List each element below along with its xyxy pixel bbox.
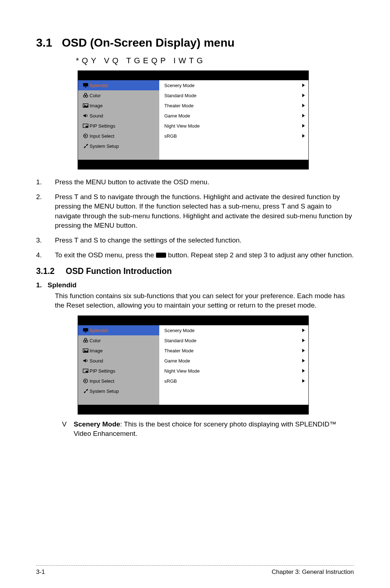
osd-left-menu: SplendidColorImageSoundPIP SettingsInput… xyxy=(78,325,159,405)
osd-submenu-label: sRGB xyxy=(164,133,177,139)
osd-menu-label: Color xyxy=(90,93,101,98)
subsection-heading: 3.1.2OSD Function Introduction xyxy=(36,266,354,276)
svg-point-3 xyxy=(83,95,86,97)
chevron-right-icon xyxy=(302,329,305,332)
image-icon xyxy=(82,348,90,353)
section-title: OSD (On-Screen Display) menu xyxy=(62,36,234,49)
svg-point-16 xyxy=(84,350,85,351)
osd-menu-label: Splendid xyxy=(90,328,108,333)
osd-submenu-item[interactable]: Game Mode xyxy=(159,111,308,121)
osd-submenu-label: Night View Mode xyxy=(164,123,200,129)
osd-menu-item[interactable]: Input Select xyxy=(78,376,159,386)
osd-menu-label: System Setup xyxy=(90,143,119,149)
osd-menu-item[interactable]: Sound xyxy=(78,111,159,121)
osd-submenu-item[interactable]: Standard Mode xyxy=(159,90,308,100)
step4-part-b: button. Repeat step 2 and step 3 to adju… xyxy=(166,251,354,259)
osd-menu-item[interactable]: Color xyxy=(78,90,159,100)
osd-submenu-item[interactable]: sRGB xyxy=(159,131,308,141)
osd-menu-item[interactable]: Splendid xyxy=(78,80,159,90)
osd-submenu-item[interactable]: Game Mode xyxy=(159,356,308,366)
osd-right-menu: Scenery ModeStandard ModeTheater ModeGam… xyxy=(159,80,308,160)
osd-menu-label: Color xyxy=(90,338,101,343)
image-icon xyxy=(82,103,90,108)
osd-submenu-label: sRGB xyxy=(164,378,177,384)
list-body: To exit the OSD menu, press the button. … xyxy=(55,250,354,260)
osd-submenu-label: Standard Mode xyxy=(164,93,196,98)
osd-menu-item[interactable]: Color xyxy=(78,335,159,345)
osd-menu-label: Input Select xyxy=(90,133,114,139)
chevron-right-icon xyxy=(302,134,305,138)
osd-menu-item[interactable]: Splendid xyxy=(78,325,159,335)
chevron-right-icon xyxy=(302,104,305,107)
footer-rule xyxy=(36,565,354,566)
chevron-right-icon xyxy=(302,83,305,87)
osd-submenu-item[interactable]: sRGB xyxy=(159,376,308,386)
osd-menu-label: Image xyxy=(90,103,103,108)
pip-icon xyxy=(82,368,90,373)
osd-submenu-label: Theater Mode xyxy=(164,348,194,353)
instruction-item: 3. Press T and S to change the settings … xyxy=(36,236,354,245)
chevron-right-icon xyxy=(302,379,305,383)
exit-button-icon xyxy=(156,253,166,258)
osd-left-menu: SplendidColorImageSoundPIP SettingsInput… xyxy=(78,80,159,160)
osd-menu-label: Input Select xyxy=(90,378,114,384)
osd-footer-bar xyxy=(78,160,308,169)
svg-point-13 xyxy=(83,340,86,342)
osd-body: SplendidColorImageSoundPIP SettingsInput… xyxy=(78,325,308,405)
page-number: 3-1 xyxy=(36,568,45,576)
chevron-right-icon xyxy=(302,359,305,362)
osd-submenu-item[interactable]: Standard Mode xyxy=(159,335,308,345)
svg-rect-8 xyxy=(86,126,88,127)
osd-menu-label: PIP Settings xyxy=(90,368,115,374)
osd-panel: SplendidColorImageSoundPIP SettingsInput… xyxy=(78,316,309,415)
osd-menu-item[interactable]: System Setup xyxy=(78,386,159,396)
chapter-label: Chapter 3: General Instruction xyxy=(272,568,354,576)
tools-icon xyxy=(82,389,90,394)
osd-submenu-item[interactable]: Theater Mode xyxy=(159,345,308,356)
osd-menu-label: Image xyxy=(90,348,103,353)
chevron-right-icon xyxy=(302,339,305,342)
osd-menu-item[interactable]: PIP Settings xyxy=(78,366,159,376)
chevron-right-icon xyxy=(302,369,305,373)
osd-menu-label: Sound xyxy=(90,358,103,364)
section-subheading: *QY VQ TGEQP IWTG xyxy=(76,56,354,65)
rgb-icon xyxy=(82,338,90,343)
svg-point-6 xyxy=(84,105,85,106)
svg-rect-0 xyxy=(83,83,88,86)
osd-submenu-item[interactable]: Theater Mode xyxy=(159,100,308,111)
bullet-marker: V xyxy=(55,420,74,438)
section-heading: 3.1 OSD (On-Screen Display) menu xyxy=(36,36,354,50)
osd-submenu-item[interactable]: Night View Mode xyxy=(159,366,308,376)
osd-submenu-label: Game Mode xyxy=(164,358,190,364)
osd-title-bar xyxy=(78,316,308,325)
list-body: Press T and S to navigate through the fu… xyxy=(55,192,354,231)
list-number: 2. xyxy=(36,192,55,231)
svg-rect-18 xyxy=(86,371,88,372)
pip-icon xyxy=(82,123,90,128)
osd-submenu-label: Standard Mode xyxy=(164,338,196,343)
osd-menu-label: Splendid xyxy=(90,83,108,88)
scenery-mode-label: Scenery Mode xyxy=(74,420,120,428)
splendid-heading: 1. Splendid xyxy=(36,281,354,289)
osd-submenu-label: Theater Mode xyxy=(164,103,194,108)
sound-icon xyxy=(82,358,90,363)
osd-menu-item[interactable]: Image xyxy=(78,100,159,111)
splendid-num: 1. xyxy=(36,281,42,289)
osd-menu-item[interactable]: Sound xyxy=(78,356,159,366)
list-body: Press the MENU button to activate the OS… xyxy=(55,177,354,187)
input-icon xyxy=(82,378,90,383)
sound-icon xyxy=(82,113,90,118)
osd-panel: SplendidColorImageSoundPIP SettingsInput… xyxy=(78,70,309,169)
osd-submenu-item[interactable]: Night View Mode xyxy=(159,121,308,131)
chevron-right-icon xyxy=(302,124,305,128)
osd-menu-item[interactable]: PIP Settings xyxy=(78,121,159,131)
osd-submenu-item[interactable]: Scenery Mode xyxy=(159,80,308,90)
osd-menu-label: System Setup xyxy=(90,389,119,394)
osd-menu-label: Sound xyxy=(90,113,103,119)
instruction-item: 4. To exit the OSD menu, press the butto… xyxy=(36,250,354,260)
osd-menu-item[interactable]: System Setup xyxy=(78,141,159,151)
svg-rect-10 xyxy=(83,328,88,331)
osd-menu-item[interactable]: Image xyxy=(78,345,159,356)
osd-menu-item[interactable]: Input Select xyxy=(78,131,159,141)
osd-submenu-item[interactable]: Scenery Mode xyxy=(159,325,308,335)
